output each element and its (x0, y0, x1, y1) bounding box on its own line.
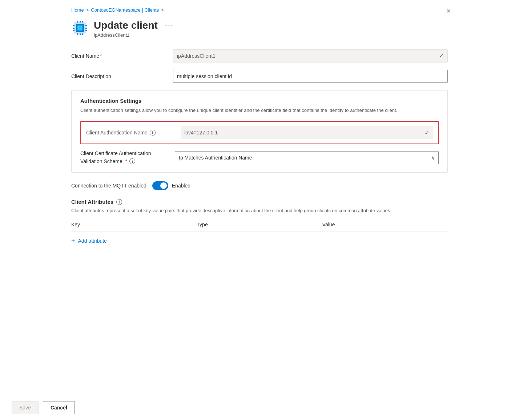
breadcrumb-namespace[interactable]: ContosoEGNamespace | Clients (91, 7, 159, 13)
add-attribute-label: Add attribute (78, 238, 107, 244)
auth-name-label-text: Client Authentication Name (86, 130, 148, 136)
svg-rect-12 (77, 33, 78, 35)
attr-col-value: Value (322, 222, 448, 227)
validation-scheme-select[interactable]: Ip Matches Authentication NameDns Matche… (175, 151, 439, 164)
validation-scheme-row: Client Certificate Authentication Valida… (80, 150, 439, 165)
mqtt-toggle-wrapper: Enabled (152, 181, 190, 190)
client-description-input[interactable] (173, 70, 448, 83)
save-button[interactable]: Save (12, 401, 39, 414)
toggle-track[interactable] (152, 181, 168, 190)
mqtt-row: Connection to the MQTT enabled Enabled (71, 181, 448, 190)
mqtt-toggle[interactable] (152, 181, 168, 190)
client-attributes-section: Client Attributes i Client attributes re… (71, 199, 448, 248)
svg-rect-7 (85, 28, 87, 29)
mqtt-status: Enabled (172, 183, 190, 189)
svg-rect-3 (73, 25, 75, 26)
auth-name-info-icon[interactable]: i (150, 130, 156, 136)
validation-scheme-label: Client Certificate Authentication Valida… (80, 150, 175, 165)
check-icon: ✓ (439, 52, 444, 59)
svg-rect-14 (82, 33, 83, 35)
client-name-value: ipAddressClient1 (177, 53, 216, 59)
auth-name-check-icon: ✓ (425, 129, 429, 136)
auth-settings-description: Client authentication settings allow you… (80, 107, 439, 114)
svg-rect-8 (85, 30, 87, 31)
panel-header: Update client ··· ipAddressClient1 (71, 19, 448, 38)
svg-rect-10 (80, 21, 81, 23)
validation-select-wrapper: Ip Matches Authentication NameDns Matche… (175, 151, 439, 164)
breadcrumb-home[interactable]: Home (71, 7, 84, 13)
validation-label-line1: Client Certificate Authentication (80, 150, 175, 157)
client-icon (71, 19, 89, 37)
panel-footer: Save Cancel (0, 395, 519, 420)
svg-rect-4 (73, 28, 75, 29)
mqtt-label: Connection to the MQTT enabled (71, 183, 146, 189)
close-button[interactable]: × (446, 7, 451, 15)
svg-rect-11 (82, 21, 83, 23)
validation-label-line2: Validation Scheme * i (80, 158, 175, 165)
svg-rect-13 (80, 33, 81, 35)
breadcrumb-separator-2: > (161, 7, 164, 13)
svg-rect-9 (77, 21, 78, 23)
client-name-label: Client Name* (71, 53, 173, 59)
client-auth-name-row: Client Authentication Name i ipv4=127.0.… (80, 121, 439, 144)
page-title: Update client (94, 19, 158, 32)
client-name-field: ipAddressClient1 ✓ (173, 49, 448, 62)
panel-menu-button[interactable]: ··· (162, 21, 177, 30)
breadcrumb-separator-1: > (86, 7, 89, 13)
attr-col-key: Key (71, 222, 197, 227)
svg-rect-5 (73, 30, 75, 31)
authentication-settings-box: Authentication Settings Client authentic… (71, 90, 448, 173)
client-attributes-info-icon[interactable]: i (116, 199, 122, 205)
client-attributes-description: Client attributes represent a set of key… (71, 207, 448, 214)
auth-name-label: Client Authentication Name i (86, 130, 181, 136)
validation-info-icon[interactable]: i (129, 158, 135, 164)
attr-table-header: Key Type Value (71, 222, 448, 231)
client-attributes-title: Client Attributes i (71, 199, 448, 205)
auth-settings-title: Authentication Settings (80, 98, 439, 104)
client-name-row: Client Name* ipAddressClient1 ✓ (71, 49, 448, 62)
client-description-label: Client Description (71, 73, 173, 79)
auth-name-input: ipv4=127.0.0.1 ✓ (181, 126, 433, 139)
validation-label-text: Validation Scheme (80, 158, 122, 165)
svg-rect-6 (85, 25, 87, 26)
attr-col-type: Type (197, 222, 322, 227)
cancel-button[interactable]: Cancel (43, 401, 75, 414)
add-attribute-button[interactable]: + Add attribute (71, 234, 107, 248)
client-attributes-title-text: Client Attributes (71, 199, 113, 205)
breadcrumb: Home > ContosoEGNamespace | Clients > (71, 7, 448, 13)
auth-name-value: ipv4=127.0.0.1 (184, 130, 218, 136)
toggle-thumb (160, 182, 167, 189)
panel-title-block: Update client ··· ipAddressClient1 (94, 19, 448, 38)
validation-required-mark: * (125, 158, 127, 165)
svg-rect-2 (77, 25, 83, 31)
plus-icon: + (71, 237, 75, 245)
panel-subtitle: ipAddressClient1 (94, 32, 448, 38)
client-description-row: Client Description (71, 70, 448, 83)
